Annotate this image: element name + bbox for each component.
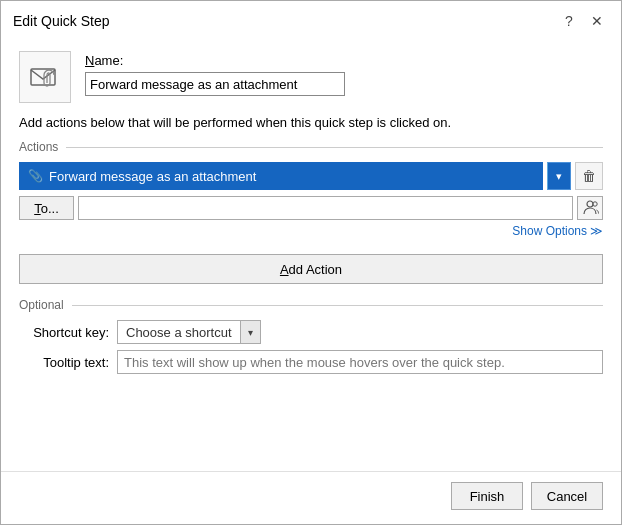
actions-area: Actions 📎 Forward message as an attachme… bbox=[19, 140, 603, 244]
optional-section: Optional Shortcut key: Choose a shortcut… bbox=[19, 298, 603, 374]
action-select-display[interactable]: 📎 Forward message as an attachment bbox=[19, 162, 543, 190]
shortcut-key-row: Shortcut key: Choose a shortcut ▾ bbox=[19, 320, 603, 344]
add-action-button[interactable]: Add Action bbox=[19, 254, 603, 284]
name-label: Name: bbox=[85, 53, 345, 68]
action-text: Forward message as an attachment bbox=[49, 169, 256, 184]
optional-fields: Shortcut key: Choose a shortcut ▾ Toolti… bbox=[19, 320, 603, 374]
cancel-button[interactable]: Cancel bbox=[531, 482, 603, 510]
finish-button[interactable]: Finish bbox=[451, 482, 523, 510]
action-dropdown-row: 📎 Forward message as an attachment ▾ 🗑 bbox=[19, 162, 603, 190]
optional-label: Optional bbox=[19, 298, 64, 312]
dialog-content: Name: Add actions below that will be per… bbox=[1, 39, 621, 471]
tooltip-input[interactable] bbox=[117, 350, 603, 374]
actions-section-header: Actions bbox=[19, 140, 603, 154]
to-button[interactable]: To... bbox=[19, 196, 74, 220]
action-icon: 📎 bbox=[28, 169, 43, 183]
action-dropdown-arrow[interactable]: ▾ bbox=[547, 162, 571, 190]
dialog-title: Edit Quick Step bbox=[13, 13, 110, 29]
edit-quick-step-dialog: Edit Quick Step ? ✕ Name: Ad bbox=[0, 0, 622, 525]
dialog-footer: Finish Cancel bbox=[1, 471, 621, 524]
tooltip-text-label: Tooltip text: bbox=[19, 355, 109, 370]
show-options-text: Show Options bbox=[512, 224, 587, 238]
show-options-row: Show Options ≫ bbox=[19, 224, 603, 238]
people-icon-svg bbox=[581, 200, 599, 216]
shortcut-dropdown-arrow-icon: ▾ bbox=[240, 321, 260, 343]
actions-divider bbox=[66, 147, 603, 148]
title-bar-actions: ? ✕ bbox=[557, 9, 609, 33]
shortcut-select-text: Choose a shortcut bbox=[118, 325, 240, 340]
quick-step-icon-box bbox=[19, 51, 71, 103]
show-options-chevron-icon: ≫ bbox=[590, 224, 603, 238]
name-label-group: Name: bbox=[85, 51, 345, 96]
show-options-link[interactable]: Show Options ≫ bbox=[512, 224, 603, 238]
description-text: Add actions below that will be performed… bbox=[19, 115, 603, 130]
name-row: Name: bbox=[19, 51, 603, 103]
to-input[interactable] bbox=[78, 196, 573, 220]
svg-point-1 bbox=[587, 201, 593, 207]
to-row: To... bbox=[19, 196, 603, 220]
shortcut-select[interactable]: Choose a shortcut ▾ bbox=[117, 320, 261, 344]
action-delete-button[interactable]: 🗑 bbox=[575, 162, 603, 190]
shortcut-key-label: Shortcut key: bbox=[19, 325, 109, 340]
tooltip-text-row: Tooltip text: bbox=[19, 350, 603, 374]
optional-section-header: Optional bbox=[19, 298, 603, 312]
optional-divider bbox=[72, 305, 603, 306]
close-button[interactable]: ✕ bbox=[585, 9, 609, 33]
people-picker-icon[interactable] bbox=[577, 196, 603, 220]
title-bar: Edit Quick Step ? ✕ bbox=[1, 1, 621, 39]
name-input[interactable] bbox=[85, 72, 345, 96]
actions-label: Actions bbox=[19, 140, 58, 154]
help-button[interactable]: ? bbox=[557, 9, 581, 33]
envelope-paperclip-icon bbox=[29, 61, 61, 93]
